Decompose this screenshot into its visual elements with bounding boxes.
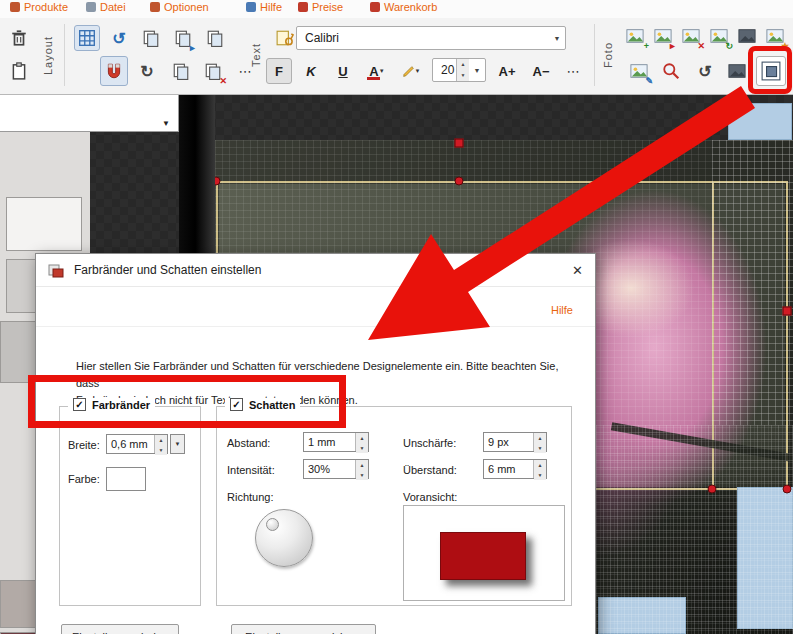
photo-effects-button[interactable]: ★	[762, 23, 788, 49]
dialog-icon	[48, 262, 64, 278]
shadow-preview	[403, 505, 565, 601]
intensitaet-label: Intensität:	[227, 464, 275, 476]
send-backward-button[interactable]: ►	[170, 25, 196, 51]
selection-handle-top-center[interactable]	[455, 177, 464, 186]
menu-hilfe[interactable]: Hilfe	[246, 1, 282, 13]
abstand-value: 1 mm	[304, 436, 355, 448]
breite-dropdown-button[interactable]: ▼	[170, 434, 185, 454]
spin-down-icon[interactable]: ▼	[534, 470, 546, 480]
delete-page-button[interactable]: ✕	[200, 58, 226, 84]
breite-spinner[interactable]: 0,6 mm ▲▼	[106, 434, 168, 454]
font-decrease-button[interactable]: A−	[526, 58, 556, 84]
spin-down-icon[interactable]: ▼	[457, 70, 469, 81]
intensitaet-spinner[interactable]: 30% ▲▼	[303, 459, 369, 479]
spin-up-icon[interactable]: ▲	[155, 435, 167, 445]
page-thumbnail[interactable]	[6, 197, 82, 251]
plus-badge-icon: +	[644, 42, 649, 51]
font-increase-button[interactable]: A+	[492, 58, 522, 84]
pencil-icon	[402, 65, 415, 78]
photo-swap-button[interactable]: ►	[650, 23, 676, 49]
ueberstand-value: 6 mm	[484, 463, 533, 475]
dialog-title-bar[interactable]: Farbränder und Schatten einstellen ✕	[36, 254, 595, 287]
spin-up-icon[interactable]: ▲	[356, 460, 368, 470]
dialog-separator	[36, 326, 595, 327]
ueberstand-spinner[interactable]: 6 mm ▲▼	[483, 459, 547, 479]
snap-grid-overlay	[596, 425, 793, 634]
ueberstand-label: Überstand:	[403, 464, 457, 476]
snap-magnet-button[interactable]	[100, 56, 128, 86]
photo-insert-button[interactable]: +	[622, 23, 648, 49]
photo-edit-button[interactable]: ✎	[626, 58, 652, 84]
text-label-button[interactable]	[272, 25, 298, 51]
spin-up-icon[interactable]: ▲	[534, 433, 546, 443]
photo-zoom-button[interactable]	[658, 58, 684, 84]
schatten-checkbox[interactable]: ✓	[230, 398, 243, 411]
rotate-left-button[interactable]: ↺	[106, 25, 132, 51]
photo-mask-button[interactable]	[734, 23, 760, 49]
bring-forward-button[interactable]	[138, 25, 164, 51]
rotate-right-button[interactable]: ↻	[134, 58, 160, 84]
duplicate-page-button[interactable]	[202, 25, 228, 51]
abstand-spinner[interactable]: 1 mm ▲▼	[303, 432, 369, 452]
bold-button[interactable]: F	[266, 58, 292, 84]
text-section-label: Text	[248, 22, 264, 88]
photo-rotate-button[interactable]: ↺	[692, 58, 718, 84]
save-settings-button[interactable]: Einstellungen speichern	[231, 624, 376, 634]
font-color-button[interactable]: A▼	[362, 58, 392, 84]
placeholder-box[interactable]	[728, 103, 792, 140]
farbraender-checkbox[interactable]: ✓	[73, 398, 86, 411]
close-icon[interactable]: ✕	[572, 263, 583, 278]
spin-down-icon[interactable]: ▼	[155, 445, 167, 455]
border-shadow-button[interactable]	[756, 56, 786, 86]
optionen-icon	[150, 2, 160, 12]
dropdown-icon: ▼	[549, 35, 565, 42]
help-link[interactable]: Hilfe	[551, 304, 573, 316]
menu-produkte[interactable]: Produkte	[10, 1, 68, 13]
layout-section-label: Layout	[40, 22, 56, 88]
selection-handle-mid-right[interactable]	[783, 307, 792, 316]
magnifier-icon	[662, 62, 680, 80]
spin-up-icon[interactable]: ▲	[457, 59, 469, 70]
richtung-dial[interactable]	[255, 509, 313, 567]
highlight-color-button[interactable]: ▼	[396, 58, 426, 84]
image-dark-icon	[728, 62, 746, 80]
snap-grid-overlay	[712, 140, 793, 425]
photo-refresh-button[interactable]: ↻	[706, 23, 732, 49]
paste-button[interactable]	[6, 58, 32, 84]
rotate-ccw-icon: ↺	[112, 29, 125, 48]
menu-warenkorb[interactable]: Warenkorb	[370, 1, 437, 13]
copy-page-button[interactable]	[168, 58, 194, 84]
photo-delete-button[interactable]: ✕	[678, 23, 704, 49]
italic-button[interactable]: K	[298, 58, 324, 84]
unschaerfe-spinner[interactable]: 9 px ▲▼	[483, 432, 547, 452]
delete-badge-icon: ✕	[697, 42, 705, 51]
dial-knob[interactable]	[266, 518, 279, 531]
menu-optionen[interactable]: Optionen	[150, 1, 209, 13]
spin-down-icon[interactable]: ▼	[356, 443, 368, 453]
text-more-button[interactable]: ⋯	[560, 58, 586, 84]
delete-button[interactable]	[6, 25, 32, 51]
load-settings-button[interactable]: Einstellungen laden	[61, 624, 179, 634]
schatten-legend-label: Schatten	[249, 399, 295, 411]
dropdown-icon: ▼	[379, 68, 385, 74]
menu-datei[interactable]: Datei	[86, 1, 126, 13]
spin-up-icon[interactable]: ▲	[356, 433, 368, 443]
rotation-handle[interactable]	[455, 139, 464, 148]
underline-button[interactable]: U	[330, 58, 356, 84]
font-size-spinner[interactable]: 20 ▲▼ ▼	[432, 58, 486, 82]
selection-handle-bottom-center[interactable]	[708, 485, 717, 494]
menu-preise[interactable]: Preise	[298, 1, 343, 13]
grid-toggle-button[interactable]	[74, 25, 100, 51]
arrow-badge-icon: ►	[188, 44, 197, 53]
pages-panel-header[interactable]: ▼	[0, 95, 179, 132]
spin-down-icon[interactable]: ▼	[534, 443, 546, 453]
intensitaet-value: 30%	[304, 463, 355, 475]
font-family-select[interactable]: Calibri ▼	[296, 26, 566, 50]
farbe-swatch[interactable]	[106, 467, 146, 491]
selection-handle-bottom-right[interactable]	[783, 485, 792, 494]
spin-up-icon[interactable]: ▲	[534, 460, 546, 470]
font-color-swatch	[367, 77, 380, 80]
spin-down-icon[interactable]: ▼	[356, 470, 368, 480]
more-icon: ⋯	[567, 64, 580, 79]
photo-frame-button[interactable]	[724, 58, 750, 84]
